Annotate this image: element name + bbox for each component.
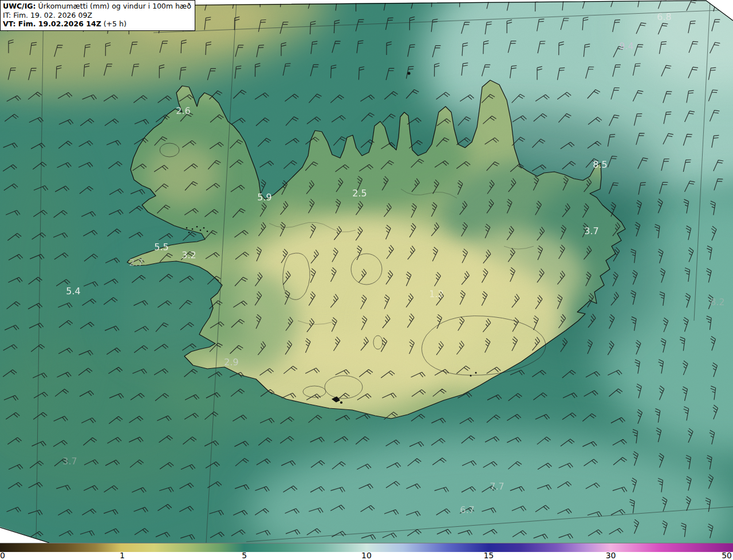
colorbar-tick-label: 0 (0, 552, 5, 559)
value-label: 9.4 (619, 41, 633, 52)
value-label: 2.5 (352, 188, 366, 199)
weather-map-app: 6.89.42.68.52.55.93.75.53.22.75.41.28.22… (0, 0, 733, 560)
value-label: 5.5 (154, 242, 168, 253)
valid-offset: (+5 h) (101, 19, 127, 28)
valid-time: VT: Fim. 19.02.2026 14Z (3, 19, 101, 28)
init-time: IT: Fim. 19. 02. 2026 09Z (3, 11, 191, 20)
colorbar-tick-label: 30 (606, 552, 616, 559)
colorbar-tick-label: 50 (722, 552, 732, 559)
value-label: 6.8 (657, 11, 671, 22)
colorbar-tick-label: 1 (120, 552, 125, 559)
title-line-model: UWC/IG: Úrkomumætti (mm) og vindur i 100… (3, 2, 191, 11)
value-label: 5.4 (66, 286, 80, 297)
valid-time-line: VT: Fim. 19.02.2026 14Z (+5 h) (3, 19, 191, 29)
colorbar: 01510153050 (0, 543, 733, 560)
dither-texture (0, 0, 733, 543)
colorbar-tick-label: 15 (483, 552, 494, 559)
value-label: 3.2 (182, 250, 196, 261)
colorbar-tick-label: 5 (242, 552, 247, 559)
value-label: 7.7 (490, 481, 504, 492)
value-label: 3.7 (584, 226, 598, 236)
title-box: UWC/IG: Úrkomumætti (mm) og vindur i 100… (0, 0, 195, 31)
weather-map: 6.89.42.68.52.55.93.75.53.22.75.41.28.22… (0, 0, 733, 543)
value-label: 2.9 (224, 357, 238, 368)
value-label: 1.2 (429, 289, 443, 299)
colorbar-ticks: 01510153050 (0, 552, 733, 560)
map-title: Úrkomumætti (mm) og vindur i 100m hæð (36, 2, 191, 10)
value-label: 8.2 (710, 297, 724, 307)
value-label: 8.5 (593, 159, 607, 170)
colorbar-tick-label: 10 (361, 552, 372, 559)
value-label: 2.7 (129, 257, 143, 268)
value-label: 3.7 (62, 456, 77, 467)
value-label: 2.6 (176, 105, 190, 116)
value-label: 6.7 (460, 504, 474, 515)
value-label: 5.9 (257, 192, 271, 203)
model-name: UWC/IG: (3, 2, 36, 10)
